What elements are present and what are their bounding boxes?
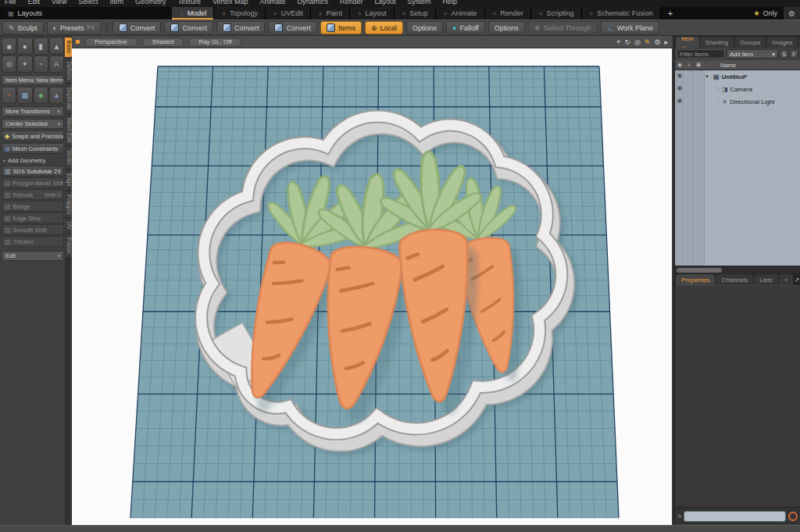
tab-images[interactable]: Images [766, 37, 798, 48]
sidebar-tab-duplicate[interactable]: Duplicate [65, 84, 72, 113]
tree-item-camera[interactable]: └ ◨ Camera [705, 83, 800, 95]
select-through-button[interactable]: ❖Select Through [528, 21, 598, 34]
primitive-cylinder-button[interactable]: ▮ [34, 37, 48, 55]
tab-item-list[interactable]: Item ... [676, 37, 699, 48]
sidebar-tab-basic[interactable]: Basic [65, 37, 72, 57]
zoom-icon[interactable]: ◎ [634, 38, 641, 46]
falloff-button[interactable]: ●Falloff [446, 21, 485, 34]
tab-groups[interactable]: Groups [734, 37, 766, 48]
menu-system[interactable]: System [408, 0, 431, 7]
primitive-cube-button[interactable]: ■ [2, 37, 16, 55]
layout-tab-scripting[interactable]: ∗Scripting [531, 7, 582, 20]
sidebar-tab-deform[interactable]: Deform [65, 59, 72, 83]
options-button-2[interactable]: Options [488, 21, 525, 34]
mesh-tool-button[interactable]: ◈ [34, 87, 48, 104]
tab-channels[interactable]: Channels [716, 274, 753, 285]
convert-button-1[interactable]: Convert [112, 21, 162, 34]
sidebar-tab-vertex[interactable]: Vertex [65, 147, 72, 169]
transform-gizmo-button[interactable]: + [2, 87, 16, 104]
presets-button[interactable]: ◐PresetsF6 [47, 21, 101, 34]
more-transforms-dropdown[interactable]: More Transforms▾ [2, 106, 64, 116]
add-geometry-section-header[interactable]: ▾Add Geometry [2, 155, 64, 165]
falloff-tool-button[interactable]: ▲ [49, 87, 64, 104]
primitive-sphere-button[interactable]: ● [17, 37, 32, 55]
solo-button[interactable]: S [780, 49, 788, 59]
tab-lists[interactable]: Lists [754, 274, 777, 285]
menu-layout[interactable]: Layout [375, 0, 396, 7]
eye-icon[interactable]: ◉ [675, 84, 684, 97]
mesh-constraints-button[interactable]: ◍Mesh Constraints [2, 143, 64, 154]
curve-tool-button[interactable]: ~ [34, 55, 48, 73]
menu-view[interactable]: View [52, 0, 66, 7]
layout-settings-button[interactable]: ⚙ [784, 7, 800, 20]
command-input[interactable] [684, 511, 786, 522]
menu-render[interactable]: Render [340, 0, 363, 7]
only-toggle[interactable]: ★ Only [747, 7, 784, 20]
layout-tab-schematic-fusion[interactable]: ∗Schematic Fusion [582, 7, 661, 20]
menu-texture[interactable]: Texture [177, 0, 201, 7]
snaps-precision-button[interactable]: ◆Snaps and Precision [2, 130, 64, 141]
add-layout-tab-button[interactable]: + [661, 7, 680, 20]
layout-tab-topology[interactable]: ∗Topology [214, 7, 266, 20]
tab-properties[interactable]: Properties [676, 274, 715, 285]
item-list-hscrollbar[interactable] [675, 266, 800, 273]
sidebar-tab-fusion[interactable]: Fusion [65, 234, 72, 257]
tool-polygon-bevel[interactable]: ▧Polygon BevelShift-B [2, 177, 64, 188]
tool-smooth-shift[interactable]: ▧Smooth Shift [2, 224, 64, 235]
layout-tab-animate[interactable]: ∗Animate [436, 7, 485, 20]
add-item-dropdown[interactable]: Add Item▾ [727, 49, 778, 59]
tree-item-untitled[interactable]: ▼ ▤ Untitled* [705, 70, 800, 83]
primitive-cone-button[interactable]: ▲ [49, 37, 64, 55]
sidebar-tab-polygon[interactable]: Polygon [65, 191, 72, 217]
convert-button-2[interactable]: Convert [164, 21, 213, 34]
sculpt-button[interactable]: ✎Sculpt [2, 21, 44, 34]
sidebar-tab-mesh-edit[interactable]: Mesh Edit [65, 115, 72, 145]
layout-tab-render[interactable]: ∗Render [485, 7, 531, 20]
eye-icon[interactable]: ◉ [675, 72, 684, 84]
primitive-torus-button[interactable]: ◎ [2, 55, 16, 73]
menu-file[interactable]: File [5, 0, 16, 7]
filter-button[interactable]: F [790, 49, 798, 59]
lattice-tool-button[interactable]: ▦ [17, 87, 32, 104]
center-selected-dropdown[interactable]: Center Selected▾ [2, 119, 64, 129]
text-tool-button[interactable]: A [49, 55, 64, 73]
menu-select[interactable]: Select [78, 0, 98, 7]
shading-mode-dropdown[interactable]: Shaded [142, 37, 184, 47]
layout-tab-uvedit[interactable]: ∗UVEdit [266, 7, 311, 20]
sidebar-tab-uv[interactable]: UV [65, 219, 72, 233]
convert-button-3[interactable]: Convert [216, 21, 266, 34]
item-tree-list[interactable]: ◉ ◉ ◉ ▼ ▤ Untitled* └ ◨ Camera └ ☀ Direc… [675, 70, 800, 266]
expander-icon[interactable]: ▼ [705, 74, 711, 79]
orbit-icon[interactable]: ↻ [624, 38, 630, 46]
menu-geometry[interactable]: Geometry [135, 0, 166, 7]
options-button-1[interactable]: Options [406, 21, 443, 34]
draw-style-icon[interactable]: ✎ [645, 38, 651, 46]
tool-thicken[interactable]: ▧Thicken [2, 236, 64, 247]
tab-shading[interactable]: Shading [700, 37, 734, 48]
filter-items-input[interactable] [677, 49, 725, 59]
eye-icon[interactable]: ◉ [675, 97, 684, 109]
convert-button-4[interactable]: Convert [268, 21, 317, 34]
viewport-expand-icon[interactable]: ▸ [664, 38, 668, 46]
layout-tab-layout[interactable]: ∗Layout [350, 7, 395, 20]
expand-panel-icon[interactable]: ↗ [794, 277, 799, 284]
layout-tab-paint[interactable]: ∗Paint [311, 7, 350, 20]
raygl-dropdown[interactable]: Ray GL: Off [188, 37, 241, 47]
local-axis-button[interactable]: ⊕Local [365, 21, 403, 34]
work-plane-button[interactable]: ∟Work Plane [601, 21, 659, 34]
layout-tab-setup[interactable]: ∗Setup [395, 7, 436, 20]
view-mode-dropdown[interactable]: Perspective [84, 37, 138, 47]
viewport-settings-gear-icon[interactable]: ⚙ [654, 38, 660, 46]
pan-icon[interactable]: ⌖ [616, 37, 620, 46]
viewport-canvas[interactable] [72, 48, 672, 525]
scrollbar-thumb[interactable] [677, 268, 722, 273]
add-panel-tab-button[interactable]: + [779, 274, 794, 285]
sidebar-tab-edge[interactable]: Edge [65, 170, 72, 189]
items-mode-button[interactable]: Items [320, 21, 362, 34]
more-primitives-button[interactable]: ✦ [17, 55, 32, 73]
item-menu-dropdown[interactable]: Item Menu: New Item▾ [2, 75, 64, 85]
menu-item[interactable]: Item [109, 0, 123, 7]
tool-sds-subdivide[interactable]: ▧SDS Subdivide 2X [2, 166, 64, 177]
menu-help[interactable]: Help [443, 0, 458, 7]
tool-edge-slice[interactable]: ▧Edge Slice [2, 212, 64, 223]
